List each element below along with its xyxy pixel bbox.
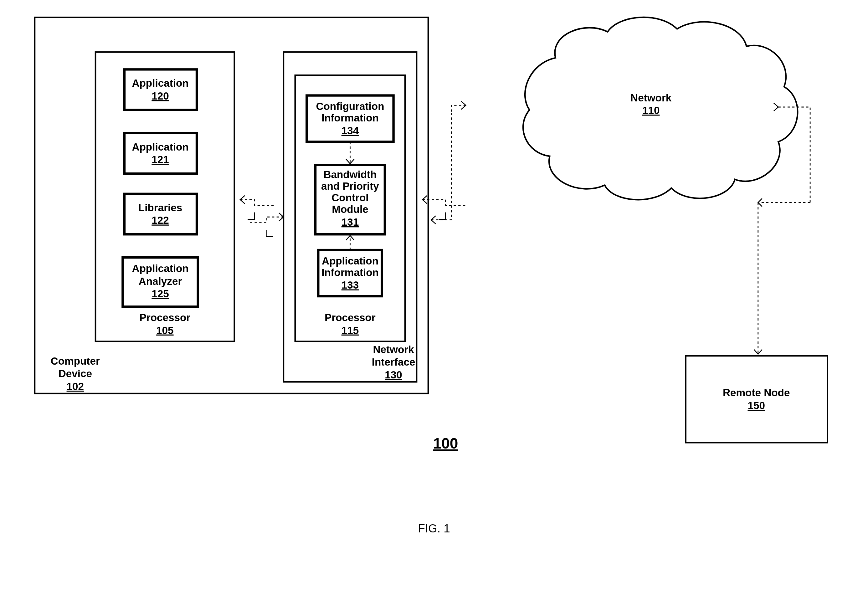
appinfo-133-ref: 133 <box>341 279 359 291</box>
network-ref: 110 <box>642 105 660 116</box>
processor-115-ref: 115 <box>341 324 359 336</box>
network-interface-ref: 130 <box>385 369 402 381</box>
application-121-box <box>124 133 196 173</box>
network-label: Network <box>630 92 672 103</box>
remote-node-ref: 150 <box>747 400 765 411</box>
module-131-label2: and Priority <box>321 180 379 192</box>
application-121-ref: 121 <box>152 154 169 165</box>
module-131-label3: Control <box>332 192 368 204</box>
figure-caption: FIG. 1 <box>418 522 450 535</box>
computer-device-box <box>35 17 428 394</box>
arrow-to-remote-down <box>754 198 810 354</box>
arrow-ni-network-down <box>431 113 452 224</box>
arrow-network-entry <box>452 102 466 113</box>
libraries-122-box <box>124 194 196 234</box>
application-120-box <box>124 69 196 110</box>
diagram-canvas: Computer Device 102 Processor 105 Applic… <box>0 0 868 590</box>
application-120-ref: 120 <box>152 90 169 102</box>
appinfo-133-label2: Information <box>322 267 379 278</box>
libraries-122-label: Libraries <box>138 202 183 214</box>
figure-ref: 100 <box>433 435 458 452</box>
network-interface-label2: Interface <box>372 356 415 368</box>
analyzer-125-ref: 125 <box>152 288 169 299</box>
analyzer-125-label1: Application <box>132 263 189 274</box>
config-info-label1: Configuration <box>316 100 384 112</box>
network-cloud: Network 110 <box>523 17 797 200</box>
remote-node-label: Remote Node <box>723 387 790 398</box>
config-info-label2: Information <box>322 112 379 124</box>
application-120-label: Application <box>132 77 189 89</box>
config-info-ref: 134 <box>341 125 359 136</box>
processor-105-label: Processor <box>140 312 190 323</box>
analyzer-125-label2: Analyzer <box>139 276 182 287</box>
libraries-122-ref: 122 <box>152 214 169 226</box>
remote-node-box <box>686 356 828 442</box>
appinfo-133-label1: Application <box>322 255 378 267</box>
module-131-label4: Module <box>332 204 368 215</box>
arrow-130-to-105 <box>249 213 283 237</box>
module-131-label1: Bandwidth <box>323 169 376 180</box>
module-131-ref: 131 <box>341 216 359 228</box>
processor-115-label: Processor <box>325 312 376 323</box>
computer-device-label2: Device <box>59 368 92 379</box>
network-interface-label1: Network <box>373 344 414 355</box>
computer-device-label: Computer <box>51 355 100 367</box>
application-121-label: Application <box>132 141 189 153</box>
arrow-105-to-130 <box>240 196 275 220</box>
computer-device-ref: 102 <box>67 381 84 392</box>
processor-105-ref: 105 <box>156 324 174 336</box>
